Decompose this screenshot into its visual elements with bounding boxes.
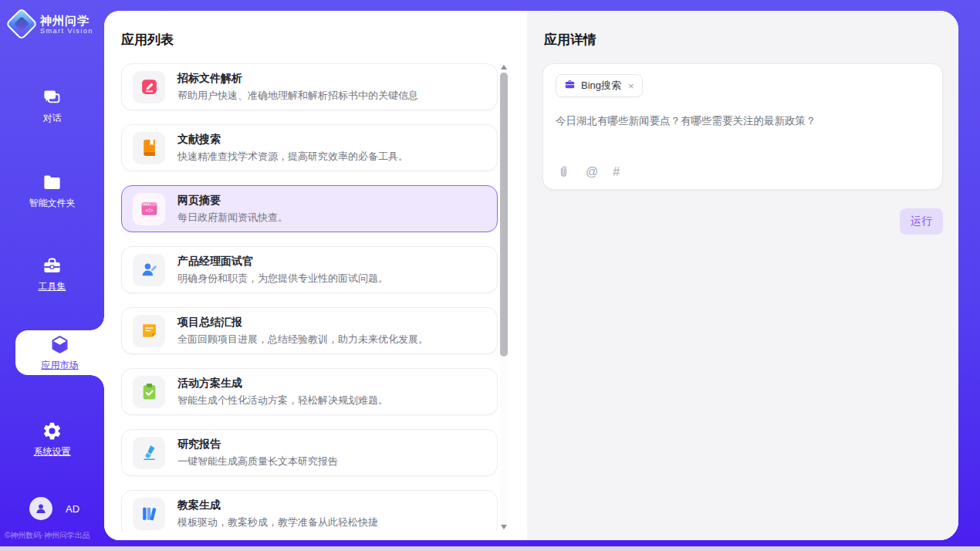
app-list-panel: 应用列表 招标文件解析帮助用户快速、准确地理解和解析招标书中的关键信息文献搜索快… [104,11,527,540]
hash-icon[interactable]: # [613,165,620,179]
note-icon [133,315,165,347]
scrollbar[interactable] [500,63,508,531]
app-detail-title: 应用详情 [544,31,596,49]
briefcase-icon [564,79,576,93]
brand-logo: 神州问学 Smart Vision [10,12,93,35]
tool-tag-close-icon[interactable]: × [628,80,634,92]
app-card-desc: 帮助用户快速、准确地理解和解析招标书中的关键信息 [177,89,418,103]
toolbox-icon [42,255,63,276]
app-card-text: 研究报告一键智能生成高质量长文本研究报告 [177,438,338,468]
sidebar-footer: ©神州数码·神州问学出品 [5,530,90,541]
scrollbar-thumb[interactable] [500,73,508,357]
brand-name: 神州问学 [40,14,93,27]
app-card-desc: 明确身份和职责，为您提供专业性的面试问题。 [177,272,388,286]
research-icon [133,437,165,469]
app-card-text: 活动方案生成智能生成个性化活动方案，轻松解决规划难题。 [177,377,388,407]
app-card-name: 招标文件解析 [177,72,418,86]
cube-icon [49,334,70,355]
sidebar-item-folder[interactable]: 智能文件夹 [0,168,104,213]
app-card-bid-doc[interactable]: 招标文件解析帮助用户快速、准确地理解和解析招标书中的关键信息 [121,63,498,110]
app-card-books[interactable]: 教案生成模板驱动，教案秒成，教学准备从此轻松快捷 [121,490,498,531]
sidebar-item-gear[interactable]: 系统设置 [0,417,104,461]
app-frame: 神州问学 Smart Vision 对话智能文件夹工具集应用市场系统设置 AD … [0,0,980,546]
main-window: 应用列表 招标文件解析帮助用户快速、准确地理解和解析招标书中的关键信息文献搜索快… [104,11,958,540]
app-card-interview[interactable]: 产品经理面试官明确身份和职责，为您提供专业性的面试问题。 [121,246,498,293]
app-card-text: 网页摘要每日政府新闻资讯快查。 [177,194,288,225]
folder-icon [42,172,63,193]
app-card-web[interactable]: </>网页摘要每日政府新闻资讯快查。 [121,185,498,232]
sidebar-item-label: 应用市场 [42,359,79,372]
app-card-name: 项目总结汇报 [177,316,428,330]
app-card-desc: 智能生成个性化活动方案，轻松解决规划难题。 [177,394,388,407]
sidebar-item-label: 工具集 [39,280,66,293]
sidebar-item-chat[interactable]: 对话 [0,83,104,128]
app-card-clipboard[interactable]: 活动方案生成智能生成个性化活动方案，轻松解决规划难题。 [121,368,498,415]
sidebar-item-label: 系统设置 [34,445,71,458]
sidebar-item-label: 对话 [43,112,62,125]
app-card-text: 教案生成模板驱动，教案秒成，教学准备从此轻松快捷 [177,499,378,529]
app-card-research[interactable]: 研究报告一键智能生成高质量长文本研究报告 [121,429,498,476]
app-card-list: 招标文件解析帮助用户快速、准确地理解和解析招标书中的关键信息文献搜索快速精准查找… [121,63,498,531]
app-card-text: 产品经理面试官明确身份和职责，为您提供专业性的面试问题。 [177,255,388,286]
composer-card[interactable]: Bing搜索 × 今日湖北有哪些新闻要点？有哪些需要关注的最新政策？ @# [542,63,943,190]
sidebar-item-toolbox[interactable]: 工具集 [0,252,104,296]
app-card-note[interactable]: 项目总结汇报全面回顾项目进展，总结经验教训，助力未来优化发展。 [121,307,498,354]
app-card-text: 招标文件解析帮助用户快速、准确地理解和解析招标书中的关键信息 [177,72,418,103]
tool-tag-label: Bing搜索 [581,79,621,93]
run-button[interactable]: 运行 [900,208,943,235]
bid-doc-icon [133,71,165,103]
web-icon: </> [133,193,165,225]
app-card-name: 研究报告 [177,438,338,451]
avatar[interactable] [29,497,52,520]
paperclip-icon[interactable] [556,164,571,179]
sidebar-item-cube[interactable]: 应用市场 [15,330,104,375]
user-name: AD [66,503,79,515]
app-card-name: 网页摘要 [177,194,288,208]
user-row[interactable]: AD [29,497,79,520]
book-icon [133,132,165,164]
sidebar: 神州问学 Smart Vision 对话智能文件夹工具集应用市场系统设置 AD … [0,0,104,546]
brand-tagline: Smart Vision [40,27,93,35]
svg-text:</>: </> [145,207,154,214]
scroll-up-arrow[interactable] [501,65,507,69]
app-card-desc: 每日政府新闻资讯快查。 [177,211,288,225]
books-icon [133,498,165,530]
app-card-text: 项目总结汇报全面回顾项目进展，总结经验教训，助力未来优化发展。 [177,316,428,346]
gear-icon [42,421,63,441]
app-list-title: 应用列表 [121,31,174,49]
app-card-name: 文献搜索 [177,133,408,147]
app-card-desc: 快速精准查找学术资源，提高研究效率的必备工具。 [177,150,408,164]
app-card-name: 教案生成 [177,499,378,512]
app-card-text: 文献搜索快速精准查找学术资源，提高研究效率的必备工具。 [177,133,408,164]
tool-tag-bing-search[interactable]: Bing搜索 × [556,74,643,97]
brand-logo-icon [5,8,38,40]
question-input-text[interactable]: 今日湖北有哪些新闻要点？有哪些需要关注的最新政策？ [556,114,930,128]
sidebar-item-label: 智能文件夹 [29,197,76,210]
scroll-down-arrow[interactable] [501,525,507,529]
app-card-desc: 一键智能生成高质量长文本研究报告 [177,455,338,468]
app-card-name: 产品经理面试官 [177,255,388,269]
app-card-desc: 模板驱动，教案秒成，教学准备从此轻松快捷 [177,516,378,529]
interview-icon [133,254,165,286]
chat-icon [42,87,63,108]
app-card-desc: 全面回顾项目进展，总结经验教训，助力未来优化发展。 [177,333,428,346]
composer-toolbar: @# [556,164,620,179]
app-detail-panel: 应用详情 Bing搜索 × 今日湖北有哪些新闻要点？有哪些需要关注的最新政策？ … [527,11,958,540]
clipboard-icon [133,376,165,408]
at-icon[interactable]: @ [586,165,598,179]
app-card-name: 活动方案生成 [177,377,388,390]
app-card-book[interactable]: 文献搜索快速精准查找学术资源，提高研究效率的必备工具。 [121,124,498,171]
